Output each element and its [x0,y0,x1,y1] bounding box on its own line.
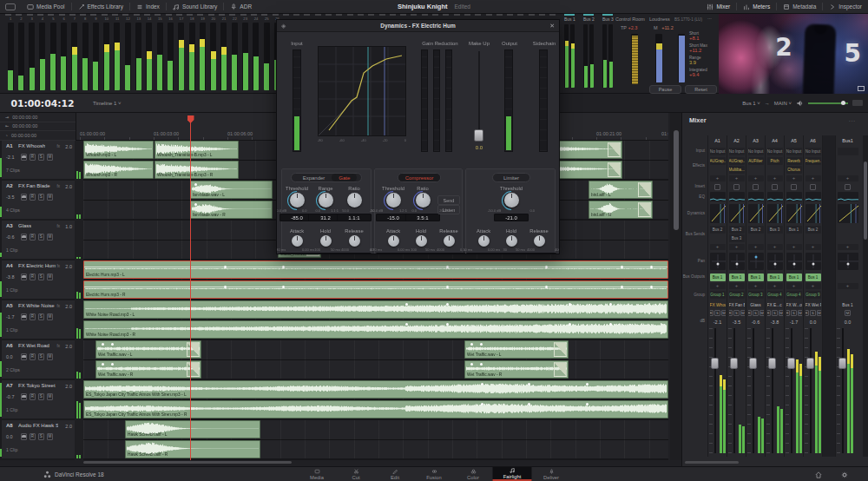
loudness-menu[interactable]: ... [707,15,712,20]
add-output-button[interactable]: + [786,283,802,289]
add-effect-button[interactable]: + [767,175,783,181]
mute-button[interactable]: M [47,273,54,280]
pan-control[interactable] [786,253,802,270]
add-effect-button[interactable]: + [806,175,821,181]
solo-button[interactable]: S [38,353,45,360]
group-chip[interactable]: Group 4 [767,291,783,299]
timeline-horizontal-scrollbar[interactable] [83,461,292,464]
lock-button[interactable] [21,393,28,400]
effect-chip[interactable]: Reverb [786,157,802,165]
lim-threshold-knob[interactable]: Threshold -50.0 dB0.0 -21.0 [483,186,540,221]
audio-clip[interactable]: Electric Hum.mp3 - L [83,260,668,279]
add-send-button[interactable]: + [838,244,858,250]
audio-clip[interactable]: fan-blade.wav - R [190,201,273,219]
lock-button[interactable] [21,313,28,320]
group-chip[interactable]: Group 2 [729,291,745,299]
effect-chip[interactable]: Frequen... [806,157,821,165]
add-send-button[interactable]: + [806,244,821,250]
bus-output-chip[interactable]: Bus 1 [729,273,745,281]
bus-output-chip[interactable]: Bus 1 [786,273,802,281]
track-header-a3[interactable]: A3Glass fx1.0 -0.6 R S M 1 Clip [0,221,75,259]
limiter-toggle[interactable]: Limiter [492,173,530,182]
solo-button[interactable]: S [38,313,45,320]
channel-fader[interactable] [837,326,858,457]
add-output-button[interactable]: + [748,283,764,289]
audio-clip[interactable]: White Noise Road.mp3 - R [83,320,668,339]
track-header-a2[interactable]: A2FX Fan Blade fx2.0 -3.5 R S M 4 Clips [0,181,75,219]
timeline-tab[interactable]: Timeline 1 ˅ [93,101,122,106]
channel-fader[interactable] [728,326,745,457]
add-output-button[interactable]: + [838,283,858,289]
insert-toggle[interactable] [753,184,759,190]
dialog-bypass-icon[interactable]: ◈ [281,23,286,30]
audio-clip[interactable]: Electric Hum.mp3 - R [83,280,668,299]
lock-button[interactable] [21,433,28,440]
arm-button[interactable]: R [30,234,36,240]
lock-button[interactable] [21,154,28,161]
media-pool-button[interactable]: Media Pool [21,0,71,13]
monitor-source[interactable]: Bus 1 ˅ [742,101,760,106]
dynamics-thumbnail[interactable] [767,204,783,223]
add-effect-button[interactable]: + [838,175,858,181]
page-cut[interactable]: Cut [337,467,376,481]
channel-fader[interactable] [766,326,783,457]
track-header-a5[interactable]: A5FX White Noise fx2.0 -1.7 R S M 1 Clip [0,300,75,339]
channel-fader[interactable] [805,326,821,457]
meters-button[interactable]: Meters [737,0,776,13]
effect-chip[interactable]: Multiba... [729,166,745,174]
compressor-toggle[interactable]: Compressor [398,173,441,182]
add-effect-button[interactable]: + [729,175,745,181]
mute-button[interactable]: M [47,194,54,201]
arm-button[interactable]: R [30,313,36,320]
lim-release-knob[interactable]: Release 50 ms4000 93 [510,228,560,254]
playhead[interactable] [190,115,191,460]
track-header-a4[interactable]: A4FX Electric Hum fx2.0 -3.8 R S M 1 Cli… [0,260,75,299]
lock-button[interactable] [21,234,28,240]
gear-icon[interactable] [841,471,848,478]
audio-clip[interactable]: fan-blade.wav - L [190,181,273,199]
dynamics-thumbnail[interactable] [710,204,726,223]
bus-send-chip[interactable]: Bus 2 [710,226,726,234]
timeline-vertical-scrollbar[interactable] [670,113,681,460]
add-send-button[interactable]: + [710,244,726,250]
audio-clip[interactable]: ES_Tokyo Japan City Traffic Atmos With S… [83,400,668,418]
pan-control[interactable] [838,253,858,270]
makeup-slider[interactable] [478,51,480,142]
mute-button[interactable]: M [47,393,54,400]
bus-send-chip[interactable]: Bus 2 [806,226,821,234]
mixer-horizontal-scrollbar[interactable] [685,461,739,464]
solo-button[interactable]: S [38,154,45,161]
inspector-button[interactable]: Inspector [823,0,868,13]
mixer-menu[interactable]: ... [849,117,856,122]
insert-toggle[interactable] [733,184,740,190]
solo-button[interactable]: S [38,234,45,240]
monitor-volume-slider[interactable] [808,102,848,104]
eq-thumbnail[interactable] [786,192,802,201]
insert-toggle[interactable] [810,184,816,190]
dynamics-thumbnail[interactable] [729,204,745,223]
pan-control[interactable] [748,253,764,270]
bus-send-chip[interactable]: Bus 2 [748,226,764,234]
page-fairlight[interactable]: Fairlight [493,467,532,481]
add-send-button[interactable]: + [767,244,783,250]
group-chip[interactable]: Group 1 [710,291,726,299]
audio-clip[interactable]: bird.aiff - R [589,201,653,219]
eq-thumbnail[interactable] [729,192,745,201]
bus-output-chip[interactable]: Bus 1 [748,273,764,281]
channel-fader[interactable] [786,326,802,457]
add-output-button[interactable]: + [729,283,745,289]
group-chip[interactable]: Group 9 [806,291,821,299]
solo-button[interactable]: S [38,194,45,201]
sound-library-button[interactable]: Sound Library [167,0,223,13]
add-effect-button[interactable]: + [710,175,726,181]
window-icon[interactable] [5,3,16,10]
arm-button[interactable]: R [30,154,36,161]
eq-thumbnail[interactable] [748,192,764,201]
home-icon[interactable] [815,471,822,478]
page-deliver[interactable]: Deliver [532,467,571,481]
expander-gate-toggle[interactable]: ExpanderGate [291,173,362,182]
track-header-a1[interactable]: A1FX Whoosh fx2.0 -2.1 R S M 7 Clips [0,141,75,179]
pan-control[interactable] [710,253,726,270]
audio-clip[interactable]: Wet Traffic.wav - R [95,360,201,379]
arm-button[interactable]: R [30,393,36,400]
